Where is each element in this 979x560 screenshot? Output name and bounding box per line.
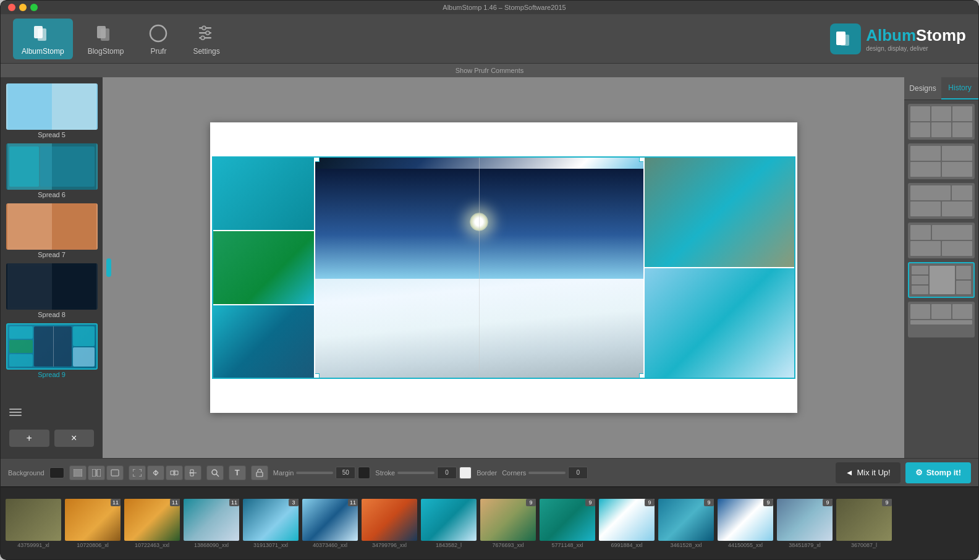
margin-label: Margin: [273, 469, 294, 477]
spread-center-photo[interactable]: [315, 158, 643, 378]
move-btn[interactable]: [147, 465, 164, 480]
bg-color-btn[interactable]: [49, 467, 64, 478]
svg-rect-12: [841, 35, 849, 46]
layout-btn-2[interactable]: [88, 465, 105, 480]
flip-v-btn[interactable]: [184, 465, 201, 480]
film-count-13: 9: [823, 499, 833, 506]
handle-top-left[interactable]: [315, 158, 320, 162]
film-item-4[interactable]: 3 31913071_xxl: [243, 499, 299, 548]
mix-it-up-button[interactable]: ◄ Mix it Up!: [836, 462, 901, 483]
film-item-14[interactable]: 9 3670087_l: [836, 499, 892, 548]
stroke-slider[interactable]: [397, 472, 434, 474]
corners-value[interactable]: 0: [568, 467, 588, 479]
photo-bot-left[interactable]: [213, 305, 314, 378]
spread-controls: + ×: [7, 425, 96, 449]
film-item-10[interactable]: 9 6991884_xxl: [599, 499, 655, 548]
remove-spread-button[interactable]: ×: [54, 430, 95, 447]
svg-rect-15: [92, 469, 96, 477]
design-thumb-4[interactable]: [908, 223, 975, 258]
design-thumb-1[interactable]: [908, 104, 975, 140]
margin-color[interactable]: [358, 467, 370, 479]
menu-button[interactable]: [7, 404, 24, 421]
spread-center-divider: [479, 158, 480, 378]
corners-slider[interactable]: [528, 472, 566, 474]
filmstrip: 43759991_xl 11 10720806_xl 11 10722463_x…: [1, 486, 978, 559]
handle-bot-right[interactable]: [639, 373, 643, 378]
svg-point-18: [212, 470, 217, 475]
close-button[interactable]: [8, 4, 15, 11]
film-item-0[interactable]: 43759991_xl: [6, 499, 61, 548]
stroke-group: Stroke 0: [375, 467, 472, 479]
photo-mid-left[interactable]: [213, 231, 314, 303]
film-item-12[interactable]: 9 44150055_xxl: [718, 499, 773, 548]
design-thumb-2[interactable]: [908, 143, 975, 179]
layout-btn-1[interactable]: [69, 465, 87, 480]
design-thumb-6[interactable]: [908, 302, 975, 337]
text-btn[interactable]: T: [229, 465, 246, 480]
spread-6-item[interactable]: Spread 6: [4, 142, 99, 200]
prufr-bar[interactable]: Show Prufr Comments: [1, 64, 978, 77]
film-count-11: 9: [704, 499, 714, 506]
flip-h-btn[interactable]: [166, 465, 183, 480]
prufr-button[interactable]: Prufr: [138, 19, 178, 59]
search-btn[interactable]: [206, 465, 224, 480]
spread-panel: Spread 5 Spread 6 Spread: [1, 77, 103, 458]
film-item-1[interactable]: 11 10720806_xl: [65, 499, 121, 548]
film-label-1: 10720806_xl: [77, 542, 109, 548]
history-tab[interactable]: History: [941, 77, 978, 100]
blogstomp-label: BlogStomp: [88, 47, 124, 56]
spread-9-item[interactable]: Spread 9: [4, 322, 99, 380]
traffic-lights: [8, 4, 38, 11]
design-thumb-5[interactable]: [908, 262, 975, 298]
margin-value[interactable]: 50: [336, 467, 355, 479]
margin-slider[interactable]: [296, 472, 333, 474]
albumstomp-button[interactable]: AlbumStomp: [13, 19, 73, 59]
svg-point-10: [201, 36, 205, 40]
add-spread-button[interactable]: +: [9, 430, 49, 447]
settings-button[interactable]: Settings: [184, 19, 228, 59]
designs-tab[interactable]: Designs: [904, 77, 941, 100]
film-label-11: 3461528_xxl: [670, 542, 701, 548]
maximize-button[interactable]: [30, 4, 38, 11]
film-label-0: 43759991_xl: [17, 542, 49, 548]
film-item-11[interactable]: 9 3461528_xxl: [658, 499, 714, 548]
film-item-7[interactable]: 1843582_l: [421, 499, 477, 548]
film-item-2[interactable]: 11 10722463_xxl: [124, 499, 180, 548]
bottom-toolbar: Background: [1, 458, 978, 486]
photo-mid-right[interactable]: [645, 268, 794, 378]
handle-top-right[interactable]: [639, 158, 643, 162]
film-item-6[interactable]: 34799796_xxl: [362, 499, 417, 548]
spread-7-item[interactable]: Spread 7: [4, 202, 99, 260]
film-item-13[interactable]: 9 38451879_xl: [777, 499, 833, 548]
film-label-3: 13868090_xxl: [194, 542, 229, 548]
film-item-8[interactable]: 9 7676693_xxl: [480, 499, 536, 548]
lock-btn[interactable]: [251, 465, 268, 480]
photo-top-left[interactable]: [213, 158, 314, 230]
layout-btn-3[interactable]: [106, 465, 124, 480]
toolbar-buttons: AlbumStomp BlogStomp Prufr: [13, 19, 229, 59]
minimize-button[interactable]: [19, 4, 27, 11]
film-item-5[interactable]: 11 40373460_xxl: [302, 499, 358, 548]
main-toolbar: AlbumStomp BlogStomp Prufr: [1, 14, 978, 64]
fit-btn[interactable]: [129, 465, 146, 480]
design-thumb-3[interactable]: [908, 183, 975, 219]
stroke-value[interactable]: 0: [437, 467, 457, 479]
spread-7-label: Spread 7: [38, 251, 66, 258]
film-item-9[interactable]: 9 5771148_xxl: [540, 499, 595, 548]
spread-6-thumb: [6, 143, 98, 190]
stomp-it-button[interactable]: ⚙ Stomp it!: [905, 462, 971, 483]
film-item-3[interactable]: 11 13868090_xxl: [184, 499, 239, 548]
handle-bot-left[interactable]: [315, 373, 320, 378]
film-label-10: 6991884_xxl: [611, 542, 642, 548]
albumstomp-label: AlbumStomp: [22, 47, 64, 56]
blogstomp-button[interactable]: BlogStomp: [79, 19, 133, 59]
stroke-color[interactable]: [459, 467, 472, 479]
spread-5-thumb: [6, 83, 98, 130]
spread-8-item[interactable]: Spread 8: [4, 262, 99, 320]
transform-buttons: [129, 465, 201, 480]
photo-top-right[interactable]: [645, 158, 794, 267]
spread-5-item[interactable]: Spread 5: [4, 82, 99, 140]
svg-rect-16: [97, 469, 101, 477]
canvas-area[interactable]: [103, 77, 904, 458]
film-thumb-7: [421, 499, 477, 541]
